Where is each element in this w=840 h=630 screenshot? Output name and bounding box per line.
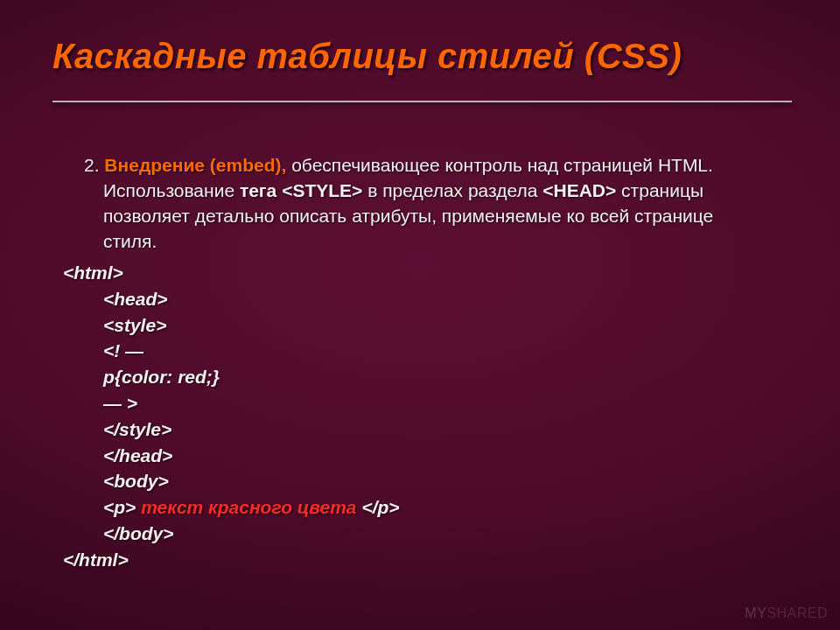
tag-word: тега (240, 180, 282, 200)
list-number: 2. (84, 155, 100, 175)
text-run-2: в пределах раздела (362, 180, 542, 200)
code-line: </style> (63, 416, 761, 443)
p-open: <p> (103, 497, 141, 517)
code-block: <html> <head> <style> <! — p{color: red;… (63, 260, 761, 573)
code-line: </html> (63, 547, 761, 573)
code-line: </body> (63, 521, 761, 547)
paragraph: 2. Внедрение (embed), обеспечивающее кон… (63, 153, 761, 255)
head-tag: <HEAD> (542, 180, 616, 200)
code-line: <html> (63, 260, 761, 286)
p-close: </p> (357, 497, 400, 517)
watermark-my: MY (745, 606, 766, 620)
slide-title: Каскадные таблицы стилей (CSS) (52, 37, 788, 76)
code-line: — > (63, 390, 761, 416)
code-line: <style> (63, 312, 761, 339)
watermark: MYSHARED (745, 606, 828, 621)
red-phrase: текст красного цвета (141, 497, 356, 517)
style-tag: <STYLE> (282, 180, 362, 200)
code-line: <! — (63, 338, 761, 364)
lead-term: Внедрение (embed), (100, 155, 287, 175)
code-line: </head> (63, 443, 761, 469)
code-line: <p> текст красного цвета </p> (63, 494, 761, 521)
code-line: p{color: red;} (63, 364, 761, 390)
slide: Каскадные таблицы стилей (CSS) 2. Внедре… (0, 0, 840, 630)
title-divider (52, 101, 792, 102)
code-line: <head> (63, 286, 761, 312)
slide-body: 2. Внедрение (embed), обеспечивающее кон… (63, 153, 761, 573)
code-line: <body> (63, 468, 761, 494)
watermark-shared: SHARED (766, 606, 828, 620)
